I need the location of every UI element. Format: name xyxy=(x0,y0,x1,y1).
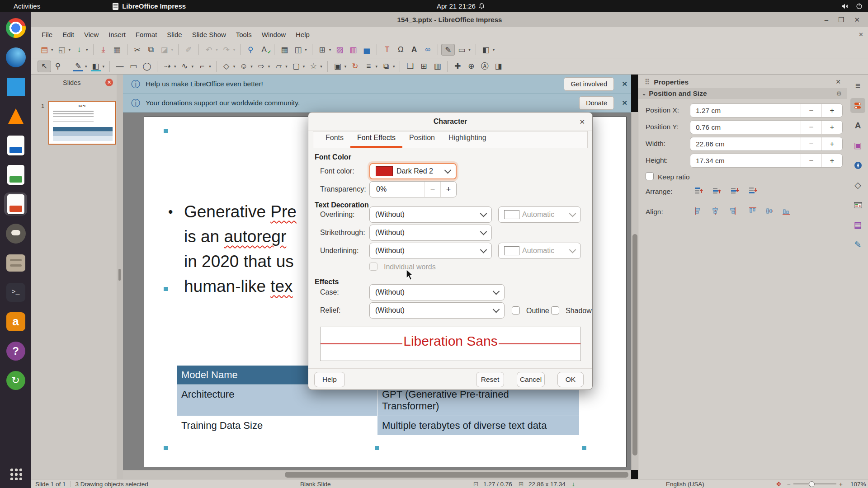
insert-media-icon[interactable]: ▥ xyxy=(346,44,360,56)
insert-chart-icon[interactable]: ▅ xyxy=(360,44,373,56)
properties-close-icon[interactable]: ✕ xyxy=(835,78,841,85)
section-settings-icon[interactable]: ⚙ xyxy=(836,90,842,97)
save-icon[interactable]: ↓ xyxy=(72,44,86,56)
paste-dropdown-icon[interactable]: ▾ xyxy=(171,47,174,52)
align-dropdown-icon[interactable]: ▾ xyxy=(375,64,377,69)
fill-color-icon[interactable]: ◧ xyxy=(89,61,103,72)
volume-icon[interactable] xyxy=(841,3,849,9)
splitter-handle-icon[interactable] xyxy=(118,269,121,281)
infobar-close-icon[interactable]: ✕ xyxy=(622,99,627,107)
tab-properties[interactable] xyxy=(850,98,865,113)
undo-icon[interactable]: ↶ xyxy=(202,44,216,56)
hyperlink-icon[interactable]: ∞ xyxy=(421,44,434,56)
underlining-color-dropdown[interactable]: Automatic xyxy=(498,243,581,259)
copy-icon[interactable]: ⧉ xyxy=(144,44,158,56)
decrement-button[interactable]: − xyxy=(801,104,821,117)
zoom-track[interactable] xyxy=(793,483,836,484)
tab-master-slides[interactable]: ✎ xyxy=(850,237,865,252)
font-color-dropdown[interactable]: Dark Red 2 xyxy=(369,163,457,179)
basic-shapes-tool-dropdown-icon[interactable]: ▾ xyxy=(233,64,236,69)
lines-arrows-icon[interactable]: ⇢ xyxy=(160,61,174,72)
slide-thumbnail[interactable]: GPT xyxy=(48,101,116,145)
clone-formatting-icon[interactable]: ✐ xyxy=(182,44,195,56)
dock-item-chrome[interactable] xyxy=(4,16,27,39)
dock-item-updater[interactable]: ↻ xyxy=(4,369,27,392)
individual-words-checkbox[interactable] xyxy=(369,263,377,271)
align-bottom-icon[interactable] xyxy=(779,205,793,217)
selection-handle[interactable] xyxy=(164,446,168,450)
align-objects-icon[interactable]: ≡ xyxy=(362,61,375,72)
vertical-scrollbar[interactable] xyxy=(631,112,638,470)
slides-panel-close-icon[interactable]: ✕ xyxy=(105,79,113,86)
tab-shapes[interactable]: ◇ xyxy=(850,178,865,192)
width-input[interactable]: 22.86 cm − + xyxy=(690,137,843,151)
position-size-section-header[interactable]: ⌄ Position and Size ⚙ xyxy=(638,88,847,99)
selection-handle[interactable] xyxy=(164,129,168,133)
stars-dropdown-icon[interactable]: ▾ xyxy=(320,64,322,69)
focused-app-menu[interactable]: LibreOffice Impress xyxy=(113,2,186,10)
horizontal-scrollbar[interactable] xyxy=(123,470,631,479)
increment-button[interactable]: + xyxy=(821,104,842,117)
zoom-tool-icon[interactable]: ⚲ xyxy=(51,61,65,72)
transparency-spinbox[interactable]: 0% − + xyxy=(369,181,457,197)
new-dropdown-icon[interactable]: ▾ xyxy=(51,47,53,52)
bring-forward-icon[interactable] xyxy=(710,185,723,197)
relief-dropdown[interactable]: (Without) xyxy=(369,302,505,319)
window-titlebar[interactable]: 154_3.pptx - LibreOffice Impress – ❐ ✕ xyxy=(31,12,868,28)
close-button[interactable]: ✕ xyxy=(854,16,860,24)
align-top-icon[interactable] xyxy=(746,205,760,217)
shadow-checkbox[interactable] xyxy=(551,306,559,314)
decrement-button[interactable]: − xyxy=(801,154,821,167)
activities-button[interactable]: Activities xyxy=(14,2,40,10)
undo-dropdown-icon[interactable]: ▾ xyxy=(216,47,218,52)
snap-guides-dropdown-icon[interactable]: ▾ xyxy=(305,47,307,52)
align-left-icon[interactable] xyxy=(692,205,705,217)
glue-points-icon[interactable]: ⊕ xyxy=(464,61,478,72)
increment-button[interactable]: + xyxy=(821,121,842,134)
basic-shapes-dropdown-icon[interactable]: ▾ xyxy=(468,47,471,52)
zoom-out-icon[interactable]: − xyxy=(787,481,791,488)
selection-handle[interactable] xyxy=(582,446,586,450)
fit-slide-icon[interactable]: ✥ xyxy=(776,480,781,488)
menu-slide[interactable]: Slide xyxy=(162,28,187,40)
special-character-icon[interactable]: Ω xyxy=(394,44,407,56)
dock-item-impress-active[interactable] xyxy=(4,192,27,216)
menu-insert[interactable]: Insert xyxy=(104,28,131,40)
fontwork-icon[interactable]: A xyxy=(407,44,421,56)
slide-layout-dropdown-icon[interactable]: ▾ xyxy=(493,47,495,52)
save-dropdown-icon[interactable]: ▾ xyxy=(86,47,88,52)
flowchart-icon[interactable]: ▱ xyxy=(272,61,285,72)
line-color-dropdown-icon[interactable]: ▾ xyxy=(85,64,87,69)
tab-position[interactable]: Position xyxy=(402,130,442,148)
tab-highlighting[interactable]: Highlighting xyxy=(442,130,493,148)
basic-shapes-tool-icon[interactable]: ◇ xyxy=(220,61,233,72)
tab-character-styles[interactable]: A xyxy=(850,118,865,133)
ellipse-tool-icon[interactable]: ◯ xyxy=(140,61,154,72)
dock-item-files[interactable] xyxy=(4,251,27,274)
symbol-shapes-dropdown-icon[interactable]: ▾ xyxy=(250,64,253,69)
menu-view[interactable]: View xyxy=(79,28,104,40)
send-to-back-icon[interactable] xyxy=(746,185,760,197)
find-replace-icon[interactable]: ⚲ xyxy=(244,44,257,56)
selection-handle[interactable] xyxy=(375,446,379,450)
get-involved-button[interactable]: Get involved xyxy=(564,77,614,91)
print-icon[interactable]: ▦ xyxy=(110,44,124,56)
close-document-icon[interactable]: ✕ xyxy=(859,31,863,38)
insert-image-icon[interactable]: ▨ xyxy=(333,44,346,56)
block-arrows-dropdown-icon[interactable]: ▾ xyxy=(268,64,270,69)
rotate-icon[interactable]: ↻ xyxy=(348,61,362,72)
horizontal-scrollbar-thumb[interactable] xyxy=(285,472,628,478)
outline-checkbox[interactable] xyxy=(512,306,520,314)
connectors-icon[interactable]: ⌐ xyxy=(195,61,209,72)
open-icon[interactable]: ◱ xyxy=(55,44,69,56)
flowchart-dropdown-icon[interactable]: ▾ xyxy=(285,64,288,69)
send-backward-icon[interactable] xyxy=(728,185,741,197)
donate-button[interactable]: Donate xyxy=(579,96,614,110)
stars-icon[interactable]: ☆ xyxy=(307,61,320,72)
dialog-close-icon[interactable]: ✕ xyxy=(579,118,585,126)
paste-icon[interactable]: ◪ xyxy=(158,44,171,56)
status-language[interactable]: English (USA) xyxy=(666,481,704,488)
strikethrough-dropdown[interactable]: (Without) xyxy=(369,225,492,241)
arrange-dropdown-icon[interactable]: ▾ xyxy=(393,64,395,69)
status-layout[interactable]: Blank Slide xyxy=(300,481,331,488)
